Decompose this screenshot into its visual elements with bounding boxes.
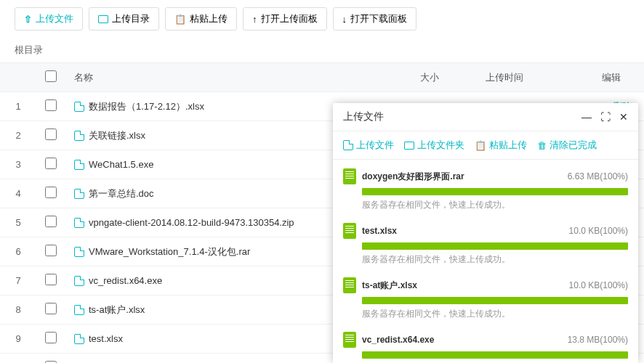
row-index: 4 — [0, 179, 36, 208]
upload-dir-button[interactable]: 上传目录 — [89, 7, 159, 30]
panel-clear-button[interactable]: 🗑清除已完成 — [537, 139, 597, 152]
document-icon — [343, 277, 356, 293]
upload-file-size: 13.8 MB(100%) — [568, 335, 628, 345]
file-icon — [74, 305, 84, 315]
main-toolbar: ⇧上传文件 上传目录 📋粘贴上传 ↑打开上传面板 ↓打开下载面板 — [0, 0, 644, 38]
upload-file-size: 6.63 MB(100%) — [568, 171, 628, 182]
open-download-panel-button[interactable]: ↓打开下载面板 — [333, 7, 417, 30]
row-checkbox[interactable] — [45, 332, 57, 343]
document-icon — [343, 168, 356, 184]
col-index — [0, 63, 36, 92]
arrow-up-icon: ↑ — [252, 14, 257, 25]
paste-icon: 📋 — [475, 140, 486, 151]
row-index: 7 — [0, 266, 36, 295]
document-icon — [343, 332, 356, 348]
paste-icon: 📋 — [174, 14, 186, 25]
row-checkbox[interactable] — [45, 99, 57, 111]
file-icon — [74, 334, 84, 344]
col-time[interactable]: 上传时间 — [477, 63, 593, 92]
paste-upload-button[interactable]: 📋粘贴上传 — [165, 7, 237, 30]
file-name[interactable]: 第一章总结.doc — [89, 187, 154, 200]
close-icon[interactable]: ✕ — [619, 111, 628, 123]
row-checkbox[interactable] — [45, 216, 57, 227]
row-index: 8 — [0, 295, 36, 325]
col-edit: 编辑 — [593, 63, 644, 92]
expand-icon[interactable]: ⛶ — [600, 111, 611, 123]
col-checkbox — [36, 63, 65, 92]
upload-icon: ⇧ — [24, 14, 32, 25]
document-icon — [343, 223, 356, 239]
col-name[interactable]: 名称 — [65, 63, 411, 92]
upload-item: test.xlsx10.0 KB(100%) 服务器存在相同文件，快速上传成功。 — [343, 217, 628, 272]
upload-file-size: 10.0 KB(100%) — [569, 226, 628, 236]
row-index: 6 — [0, 237, 36, 266]
row-checkbox[interactable] — [45, 187, 57, 198]
progress-bar — [362, 351, 628, 359]
upload-status-msg: 服务器存在相同文件，快速上传成功。 — [362, 253, 628, 266]
file-name[interactable]: 数据报告（1.17-2.12）.xlsx — [89, 100, 204, 113]
select-all-checkbox[interactable] — [45, 70, 57, 82]
panel-upload-folder-button[interactable]: 上传文件夹 — [404, 139, 464, 152]
file-icon — [343, 140, 353, 150]
folder-icon — [98, 15, 108, 23]
open-upload-panel-button[interactable]: ↑打开上传面板 — [243, 7, 327, 30]
upload-panel-title: 上传文件 — [343, 110, 384, 123]
file-icon — [74, 160, 84, 170]
breadcrumb[interactable]: 根目录 — [0, 38, 644, 63]
upload-item: doxygen友好图形界面.rar6.63 MB(100%) 服务器存在相同文件… — [343, 163, 628, 217]
file-name[interactable]: vpngate-client-2014.08.12-build-9473.130… — [89, 217, 294, 228]
row-checkbox[interactable] — [45, 303, 57, 314]
upload-file-name: vc_redist.x64.exe — [362, 335, 562, 345]
upload-file-button[interactable]: ⇧上传文件 — [15, 7, 83, 30]
file-name[interactable]: test.xlsx — [89, 333, 123, 344]
file-name[interactable]: vc_redist.x64.exe — [89, 275, 162, 286]
row-index: 5 — [0, 208, 36, 237]
file-name[interactable]: 关联链接.xlsx — [89, 129, 145, 142]
row-index: 3 — [0, 150, 36, 179]
upload-item: vc_redist.x64.exe13.8 MB(100%) 服务器存在相同文件… — [343, 326, 628, 363]
upload-item: ts-at账户.xlsx10.0 KB(100%) 服务器存在相同文件，快速上传… — [343, 272, 628, 326]
upload-file-name: test.xlsx — [362, 226, 563, 236]
file-name[interactable]: WeChat1.5.exe — [89, 159, 153, 170]
panel-paste-button[interactable]: 📋粘贴上传 — [475, 139, 527, 152]
folder-icon — [404, 142, 414, 150]
progress-bar — [362, 297, 628, 304]
upload-file-size: 10.0 KB(100%) — [569, 280, 628, 290]
file-icon — [74, 247, 84, 257]
panel-upload-file-button[interactable]: 上传文件 — [343, 139, 394, 152]
upload-file-name: ts-at账户.xlsx — [362, 280, 563, 292]
file-icon — [74, 276, 84, 286]
arrow-down-icon: ↓ — [342, 14, 347, 25]
row-checkbox[interactable] — [45, 158, 57, 169]
file-name[interactable]: ts-at账户.xlsx — [89, 303, 145, 317]
row-checkbox[interactable] — [45, 274, 57, 285]
row-checkbox[interactable] — [45, 245, 57, 256]
trash-icon: 🗑 — [537, 140, 547, 151]
file-icon — [74, 189, 84, 199]
row-index: 1 — [0, 92, 36, 121]
file-icon — [74, 218, 84, 228]
file-icon — [74, 102, 84, 112]
file-name[interactable]: VMware_Workstation_7.1.4-汉化包.rar — [89, 245, 250, 258]
row-index: 10 — [0, 354, 36, 364]
col-size[interactable]: 大小 — [411, 63, 477, 92]
row-index: 9 — [0, 325, 36, 354]
upload-status-msg: 服务器存在相同文件，快速上传成功。 — [362, 199, 628, 211]
upload-panel: 上传文件 — ⛶ ✕ 上传文件 上传文件夹 📋粘贴上传 🗑清除已完成 doxyg… — [333, 103, 638, 363]
upload-file-name: doxygen友好图形界面.rar — [362, 171, 562, 183]
row-checkbox[interactable] — [45, 129, 57, 140]
upload-status-msg: 服务器存在相同文件，快速上传成功。 — [362, 308, 628, 320]
file-icon — [74, 131, 84, 141]
progress-bar — [362, 188, 628, 195]
progress-bar — [362, 242, 628, 250]
minimize-icon[interactable]: — — [581, 111, 592, 123]
row-index: 2 — [0, 121, 36, 150]
